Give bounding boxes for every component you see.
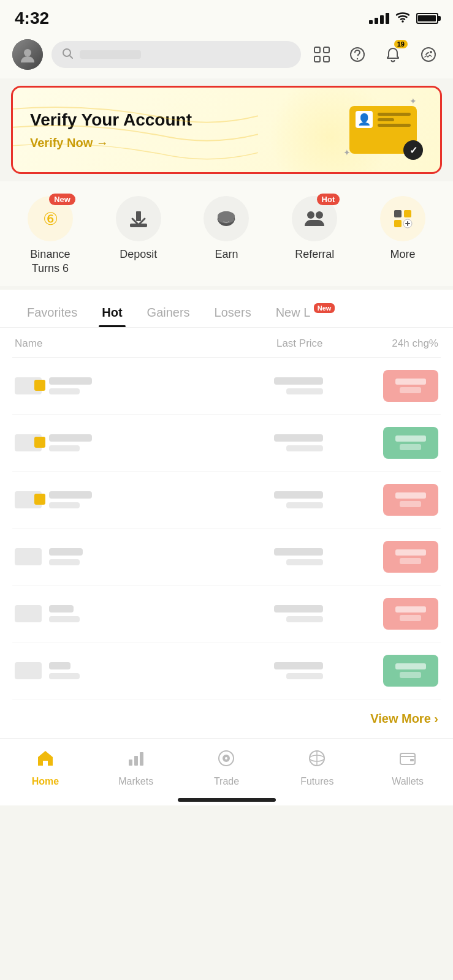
tab-gainers[interactable]: Gainers: [135, 298, 202, 327]
table-row[interactable]: [12, 529, 441, 586]
verify-link[interactable]: Verify Now →: [30, 136, 108, 149]
coin-name-cell: [15, 434, 169, 451]
price-cell: [169, 662, 322, 679]
coin-icon: [15, 491, 42, 508]
action-binance6[interactable]: ⑥ New BinanceTurns 6: [10, 196, 90, 276]
notification-badge: 19: [394, 40, 408, 48]
svg-point-18: [316, 211, 323, 219]
nav-futures-label: Futures: [300, 776, 333, 787]
new-tab-badge: New: [314, 303, 335, 313]
svg-point-11: [430, 51, 432, 53]
col-name: Name: [15, 337, 169, 350]
earn-icon-wrap: [204, 196, 249, 241]
svg-point-0: [402, 20, 404, 23]
market-tabs: Favorites Hot Gainers Losers New L New: [0, 290, 453, 328]
coin-name-cell: [15, 491, 169, 508]
binance6-icon-wrap: ⑥ New: [28, 196, 73, 241]
nav-markets-label: Markets: [118, 776, 153, 787]
home-icon: [36, 748, 55, 772]
market-table: Name Last Price 24h chg%: [0, 328, 453, 699]
signal-icon: [369, 13, 389, 24]
avatar[interactable]: [12, 39, 43, 70]
action-more[interactable]: More: [363, 196, 443, 276]
quick-actions: ⑥ New BinanceTurns 6 Deposit Earn: [0, 181, 453, 286]
svg-rect-35: [410, 759, 414, 761]
change-cell: [323, 427, 438, 459]
svg-rect-4: [314, 47, 320, 53]
qr-button[interactable]: [416, 42, 441, 67]
svg-rect-5: [324, 47, 329, 53]
svg-rect-25: [129, 760, 132, 766]
fullscreen-button[interactable]: [310, 42, 334, 67]
svg-point-1: [24, 49, 31, 56]
action-referral[interactable]: Hot Referral: [275, 196, 354, 276]
markets-icon: [126, 748, 146, 772]
search-bar[interactable]: [51, 41, 301, 68]
search-placeholder: [80, 50, 141, 59]
nav-wallets[interactable]: Wallets: [368, 748, 447, 787]
binance6-label: BinanceTurns 6: [30, 247, 70, 276]
tab-favorites[interactable]: Favorites: [15, 298, 89, 327]
table-row[interactable]: [12, 643, 441, 699]
coin-labels: [49, 605, 80, 622]
coin-name-cell: [15, 548, 169, 565]
change-cell: [323, 655, 438, 687]
coin-icon: [15, 548, 42, 565]
futures-icon: [307, 748, 327, 772]
trade-icon: [216, 748, 236, 772]
svg-rect-21: [394, 220, 402, 227]
deposit-icon-wrap: [116, 196, 161, 241]
verify-banner[interactable]: Verify Your Account Verify Now → 👤 ✓ ✦ ✦: [11, 86, 442, 174]
tab-new[interactable]: New L New: [264, 298, 334, 327]
nav-trade[interactable]: Trade: [186, 748, 266, 787]
change-cell: [323, 541, 438, 573]
table-row[interactable]: [12, 586, 441, 643]
col-change: 24h chg%: [323, 337, 438, 350]
action-deposit[interactable]: Deposit: [99, 196, 178, 276]
nav-futures[interactable]: Futures: [277, 748, 357, 787]
wallets-icon: [398, 748, 417, 772]
coin-name-cell: [15, 662, 169, 679]
tab-hot[interactable]: Hot: [89, 298, 134, 327]
coin-labels: [49, 548, 83, 565]
price-cell: [169, 434, 322, 451]
view-more-text[interactable]: View More ›: [370, 712, 438, 725]
referral-icon-wrap: Hot: [292, 196, 337, 241]
table-row[interactable]: [12, 472, 441, 529]
coin-icon: [15, 605, 42, 622]
tab-losers[interactable]: Losers: [202, 298, 264, 327]
col-price: Last Price: [169, 337, 322, 350]
price-cell: [169, 548, 322, 565]
status-time: 4:32: [15, 9, 49, 28]
svg-point-10: [422, 48, 435, 61]
notifications-button[interactable]: 19: [381, 42, 405, 67]
svg-rect-19: [394, 210, 402, 217]
coin-labels: [49, 434, 92, 451]
battery-icon: [416, 13, 438, 24]
checkmark-icon: ✓: [403, 140, 423, 160]
verify-image: 👤 ✓ ✦ ✦: [343, 102, 423, 157]
svg-rect-27: [140, 752, 143, 766]
bottom-nav: Home Markets Trade: [0, 738, 453, 792]
table-row[interactable]: [12, 415, 441, 472]
coin-name-cell: [15, 605, 169, 622]
home-bar: [178, 798, 276, 802]
nav-trade-label: Trade: [214, 776, 239, 787]
table-row[interactable]: [12, 358, 441, 415]
change-cell: [323, 370, 438, 402]
nav-home[interactable]: Home: [6, 748, 85, 787]
svg-line-3: [70, 56, 73, 59]
change-cell: [323, 484, 438, 516]
svg-point-9: [357, 58, 358, 59]
view-more[interactable]: View More ›: [0, 699, 453, 738]
support-button[interactable]: [345, 42, 370, 67]
svg-rect-7: [324, 56, 329, 62]
svg-rect-20: [404, 210, 411, 217]
nav-markets[interactable]: Markets: [96, 748, 176, 787]
svg-rect-6: [314, 56, 320, 62]
nav-wallets-label: Wallets: [392, 776, 424, 787]
action-earn[interactable]: Earn: [186, 196, 266, 276]
svg-point-17: [307, 211, 314, 219]
coin-labels: [49, 662, 80, 679]
hot-badge: Hot: [317, 194, 340, 205]
